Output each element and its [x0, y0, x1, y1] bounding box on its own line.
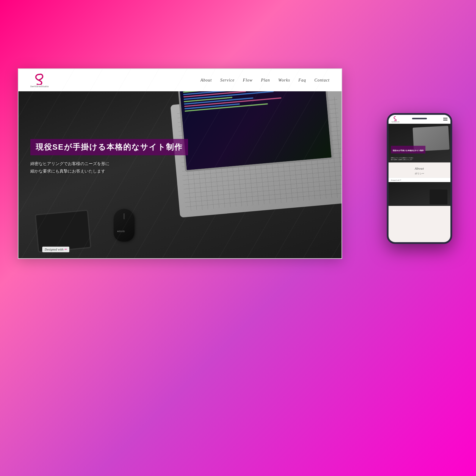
phone-mockup: SwiftSiteStudio 現役SEが手掛ける本格的なサイト制作 綿密なヒア…: [387, 113, 452, 244]
nav-item-service[interactable]: Service: [220, 77, 234, 83]
phone-about-title: About: [392, 167, 447, 170]
logo-area[interactable]: SwiftSiteStudio: [30, 73, 49, 87]
tablet-decoration: [35, 209, 92, 253]
hero-title-background: 現役SEが手掛ける本格的なサイト制作: [30, 139, 188, 155]
nav-item-about[interactable]: About: [201, 77, 212, 83]
phone-logo-text: SwiftSiteStudio: [392, 121, 400, 123]
logo-icon: [34, 73, 46, 85]
laptop-screen-content: [179, 91, 331, 170]
phone-screen: SwiftSiteStudio 現役SEが手掛ける本格的なサイト制作 綿密なヒア…: [389, 115, 450, 242]
designed-with-badge: Designed with: [42, 247, 69, 252]
phone-bottom-decoration: [430, 190, 447, 204]
phone-logo-icon: [393, 116, 398, 121]
phone-bottom-image: [389, 182, 450, 206]
laptop-screen-decoration: [177, 91, 333, 172]
logo-text: SwiftSiteStudio: [30, 85, 49, 87]
browser-mockup: SwiftSiteStudio About Service Flow Plan …: [18, 68, 342, 259]
phone-logo-area: SwiftSiteStudio: [392, 116, 400, 123]
phone-hero-title-bg: 現役SEが手掛ける本格的なサイト制作: [391, 146, 425, 154]
hero-title: 現役SEが手掛ける本格的なサイト制作: [36, 142, 183, 152]
phone-speaker: [412, 118, 427, 119]
phone-hero-section: 現役SEが手掛ける本格的なサイト制作 綿密なヒアリングでお客様のニーズを形に細か…: [389, 124, 450, 162]
phone-designed-with: Designed with ✏: [389, 178, 450, 182]
hero-subtitle: 綿密なヒアリングでお客様のニーズを形に 細かな要求にも真摯にお答えいたします: [30, 160, 188, 175]
nav-item-contact[interactable]: Contact: [314, 77, 330, 83]
nav-item-flow[interactable]: Flow: [243, 77, 253, 83]
phone-hero-title: 現役SEが手掛ける本格的なサイト制作: [393, 150, 424, 151]
navigation-bar: SwiftSiteStudio About Service Flow Plan …: [18, 69, 342, 91]
nav-item-plan[interactable]: Plan: [261, 77, 270, 83]
phone-about-section: About ポリシー: [389, 162, 450, 178]
phone-nav: SwiftSiteStudio: [389, 115, 450, 124]
nav-item-works[interactable]: Works: [278, 77, 290, 83]
hero-text-block: 現役SEが手掛ける本格的なサイト制作 綿密なヒアリングでお客様のニーズを形に 細…: [30, 139, 188, 175]
nav-links: About Service Flow Plan Works Faq Contac…: [201, 77, 330, 83]
nav-item-faq[interactable]: Faq: [298, 77, 306, 83]
phone-hero-subtitle: 綿密なヒアリングでお客様のニーズを形に細かな要求にも真摯にお答えいたします: [391, 157, 414, 161]
hamburger-menu-icon[interactable]: [443, 118, 447, 120]
hero-section: ASUS 現役SEが手掛ける本格的なサイト制作 綿密なヒアリングでお客様のニーズ…: [18, 91, 342, 259]
phone-about-text: ポリシー: [392, 172, 447, 175]
mouse-brand-label: ASUS: [117, 230, 125, 233]
mouse-decoration: [114, 209, 134, 242]
code-display: [179, 91, 327, 116]
